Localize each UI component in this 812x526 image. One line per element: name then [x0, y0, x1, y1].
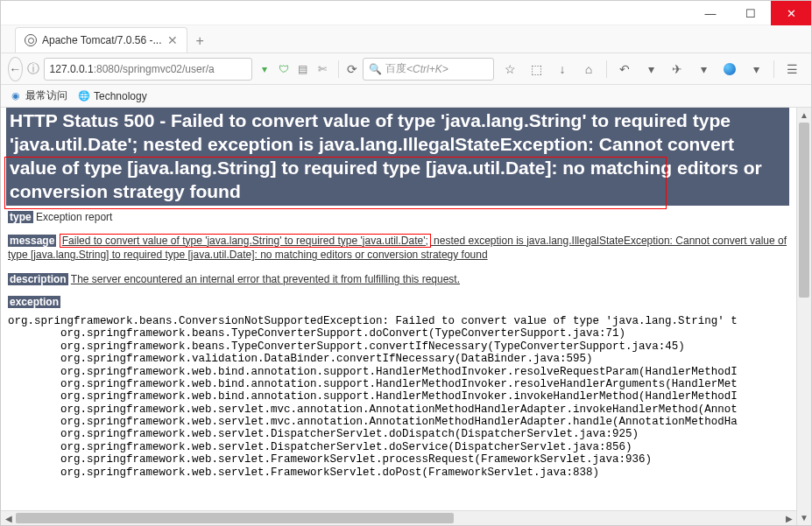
dropdown-icon[interactable]: ▾	[691, 57, 716, 81]
type-label: type	[8, 211, 33, 223]
search-box[interactable]: 🔍 百度 <Ctrl+K>	[363, 58, 494, 81]
bookmark-label: Technology	[94, 90, 147, 102]
pocket-icon[interactable]: ⬚	[524, 57, 548, 81]
bookmark-technology[interactable]: 🌐 Technology	[78, 90, 147, 102]
scroll-up-button[interactable]: ▲	[797, 108, 811, 123]
search-hint: <Ctrl+K>	[406, 63, 448, 75]
scroll-left-button[interactable]: ◀	[1, 511, 16, 525]
url-host: 127.0.0.1	[50, 63, 94, 75]
globe-icon: 🌐	[78, 90, 90, 102]
url-port: :8080	[94, 63, 120, 75]
close-button[interactable]: ✕	[771, 1, 811, 25]
window-controls: — ☐ ✕	[1, 1, 811, 25]
bookmark-most-visited[interactable]: ◉ 最常访问	[10, 88, 67, 103]
toolbar-right: ☆ ⬚ ↓ ⌂ ↶ ▾ ✈ ▾ ▾ ☰	[498, 57, 804, 81]
divider	[773, 60, 774, 78]
back-button[interactable]: ←	[8, 57, 23, 81]
url-path: /springmvc02/user/a	[120, 63, 215, 75]
bookmark-label: 最常访问	[25, 88, 67, 103]
minimize-button[interactable]: —	[690, 1, 731, 25]
scroll-track[interactable]	[797, 123, 811, 510]
type-section: type Exception report	[1, 206, 796, 228]
exception-label: exception	[8, 296, 60, 308]
horizontal-scrollbar[interactable]: ◀ ▶	[1, 510, 796, 525]
scroll-down-button[interactable]: ▼	[797, 510, 811, 525]
description-value: The server encountered an internal error…	[71, 273, 460, 285]
nav-toolbar: ← ⓘ 127.0.0.1:8080/springmvc02/user/a ▾ …	[1, 53, 811, 85]
new-tab-button[interactable]: +	[187, 30, 213, 53]
divider	[606, 60, 607, 78]
reader-icon[interactable]: ▤	[294, 60, 312, 78]
send-icon[interactable]: ✈	[665, 57, 689, 81]
scroll-thumb[interactable]	[799, 123, 809, 298]
vertical-scrollbar[interactable]: ▲ ▼	[796, 108, 811, 525]
search-label: 百度	[385, 61, 406, 76]
security-icons: ▾ 🛡 ▤ ✄	[256, 60, 331, 78]
home-icon[interactable]: ⌂	[576, 57, 601, 81]
page-content: HTTP Status 500 - Failed to convert valu…	[1, 108, 811, 525]
description-section: description The server encountered an in…	[1, 268, 796, 291]
bookmarks-bar: ◉ 最常访问 🌐 Technology	[1, 85, 811, 108]
shield-icon[interactable]: ▾	[256, 60, 273, 78]
undo-icon[interactable]: ↶	[612, 57, 637, 81]
ie-globe-icon[interactable]	[717, 57, 742, 81]
annotation-box-message: Failed to convert value of type 'java.la…	[60, 234, 431, 248]
type-value: Exception report	[33, 211, 113, 223]
dropdown-icon[interactable]: ▾	[744, 57, 768, 81]
scroll-h-track[interactable]	[16, 511, 781, 525]
message-section: message Failed to convert value of type …	[1, 228, 796, 269]
tab-title: Apache Tomcat/7.0.56 -...	[42, 34, 162, 46]
message-text: Failed to convert value of type 'java.la…	[8, 234, 787, 262]
hamburger-menu-icon[interactable]: ☰	[780, 57, 804, 81]
dropdown-icon[interactable]: ▾	[639, 57, 663, 81]
reload-button[interactable]: ⟳	[345, 57, 359, 81]
error-heading: HTTP Status 500 - Failed to convert valu…	[6, 108, 789, 206]
tab-close-icon[interactable]: ✕	[167, 33, 178, 47]
message-label: message	[8, 235, 56, 247]
screenshot-icon[interactable]: ✄	[314, 60, 331, 78]
identity-icon[interactable]: ⓘ	[26, 57, 40, 81]
security-check-icon[interactable]: 🛡	[275, 60, 293, 78]
stack-trace: org.springframework.beans.ConversionNotS…	[1, 313, 796, 480]
divider	[338, 60, 339, 78]
downloads-icon[interactable]: ↓	[550, 57, 575, 81]
scroll-h-thumb[interactable]	[16, 513, 454, 523]
exception-section: exception	[1, 291, 796, 313]
bookmark-star-icon[interactable]: ☆	[498, 57, 522, 81]
description-label: description	[8, 273, 68, 285]
tomcat-favicon	[25, 34, 37, 46]
url-bar[interactable]: 127.0.0.1:8080/springmvc02/user/a	[44, 58, 252, 81]
scroll-right-button[interactable]: ▶	[781, 511, 796, 525]
search-engine-icon: 🔍	[369, 63, 382, 75]
most-visited-icon: ◉	[10, 90, 22, 102]
maximize-button[interactable]: ☐	[731, 1, 771, 25]
tab-tomcat-error[interactable]: Apache Tomcat/7.0.56 -... ✕	[15, 27, 187, 53]
tab-bar: Apache Tomcat/7.0.56 -... ✕ +	[1, 25, 811, 53]
